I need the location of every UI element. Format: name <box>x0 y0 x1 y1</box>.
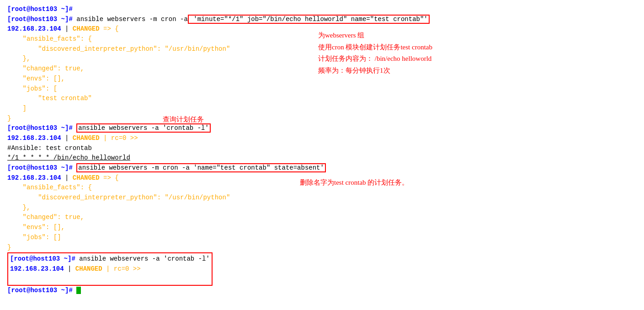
space-17 <box>73 164 76 171</box>
annotation-1: 为webservers 组 使用cron 模块创建计划任务test cronta… <box>318 30 432 76</box>
status-14: CHANGED <box>73 134 100 142</box>
line-22: "changed": true, <box>7 213 637 223</box>
host-27: 192.168.23.104 <box>10 265 64 273</box>
prompt-29: [root@host103 ~]# <box>7 287 73 294</box>
annotation-2-line1: 查询计划任务 <box>163 114 204 125</box>
rest-18: => { <box>100 174 119 182</box>
line-23: "envs": [], <box>7 223 637 233</box>
line-17: [root@host103 ~]# ansible webservers -m … <box>7 163 637 173</box>
annotation-1-line1: 为webservers 组 <box>318 30 432 42</box>
line-10: "test crontab" <box>7 94 637 104</box>
line-12: } <box>7 114 637 124</box>
annotation-3: 删除名字为test crontab 的计划任务。 <box>300 177 409 188</box>
line-15: #Ansible: test crontab <box>7 144 637 154</box>
sep-14: | <box>61 134 73 142</box>
line-24: "jobs": [] <box>7 233 637 243</box>
annotation-1-line3: 计划任务内容为： /bin/echo helloworld <box>318 53 432 65</box>
rest-27: | rc=0 >> <box>102 265 141 273</box>
cmd-17: ansible webservers -m cron -a 'name="tes… <box>76 163 326 172</box>
prompt-26: [root@host103 ~]# <box>10 255 75 262</box>
annotation-2: 查询计划任务 <box>163 114 204 125</box>
line-11: ] <box>7 104 637 114</box>
line-13: [root@host103 ~]# ansible webservers -a … <box>7 123 637 134</box>
rest-14: | rc=0 >> <box>100 134 138 142</box>
annotation-1-line2: 使用cron 模块创建计划任务test crontab <box>318 42 432 53</box>
annotation-1-line4: 频率为：每分钟执行1次 <box>318 65 432 77</box>
cmd-13: ansible webservers -a 'crontab -l' <box>76 123 211 133</box>
host-14: 192.168.23.104 <box>7 134 61 142</box>
line-25: } <box>7 243 637 253</box>
status-3: CHANGED <box>73 25 100 32</box>
prompt-17: [root@host103 ~]# <box>7 164 73 171</box>
annotation-3-line1: 删除名字为test crontab 的计划任务。 <box>300 177 409 188</box>
space-13 <box>73 124 76 132</box>
prompt-13: [root@host103 ~]# <box>7 124 73 132</box>
space-29 <box>73 287 76 294</box>
line-16: */1 * * * * /bin/echo helloworld <box>7 153 637 163</box>
host-3: 192.168.23.104 <box>7 25 61 32</box>
line-21: }, <box>7 203 637 213</box>
line-9: "jobs": [ <box>7 84 637 94</box>
line-27: 192.168.23.104 | CHANGED | rc=0 >> <box>10 264 210 274</box>
line-1: [root@host103 ~]# <box>7 5 637 15</box>
cmd-2b: 'minute="*/1" job="/bin/echo helloworld"… <box>188 15 430 24</box>
rest-3: => { <box>100 25 119 32</box>
prompt-1: [root@host103 ~]# <box>7 5 73 13</box>
line-20: "discovered_interpreter_python": "/usr/b… <box>7 193 637 203</box>
sep-18: | <box>61 174 73 182</box>
status-18: CHANGED <box>73 174 100 182</box>
cmd-26: ansible webservers -a 'crontab -l' <box>79 255 210 262</box>
sep-27: | <box>64 265 75 273</box>
line-28 <box>10 274 210 284</box>
sep-3: | <box>61 25 73 32</box>
space-26 <box>75 255 79 262</box>
terminal-window: [root@host103 ~]# [root@host103 ~]# ansi… <box>7 5 637 296</box>
cursor <box>76 287 81 294</box>
line-26: [root@host103 ~]# ansible webservers -a … <box>10 254 210 264</box>
line-2: [root@host103 ~]# ansible webservers -m … <box>7 15 637 25</box>
status-27: CHANGED <box>75 265 102 273</box>
host-18: 192.168.23.104 <box>7 174 61 182</box>
line-29: [root@host103 ~]# <box>7 286 637 296</box>
line-14: 192.168.23.104 | CHANGED | rc=0 >> <box>7 134 637 144</box>
cmd-2a: ansible webservers -m cron -a <box>73 16 188 23</box>
prompt-2: [root@host103 ~]# <box>7 16 73 23</box>
